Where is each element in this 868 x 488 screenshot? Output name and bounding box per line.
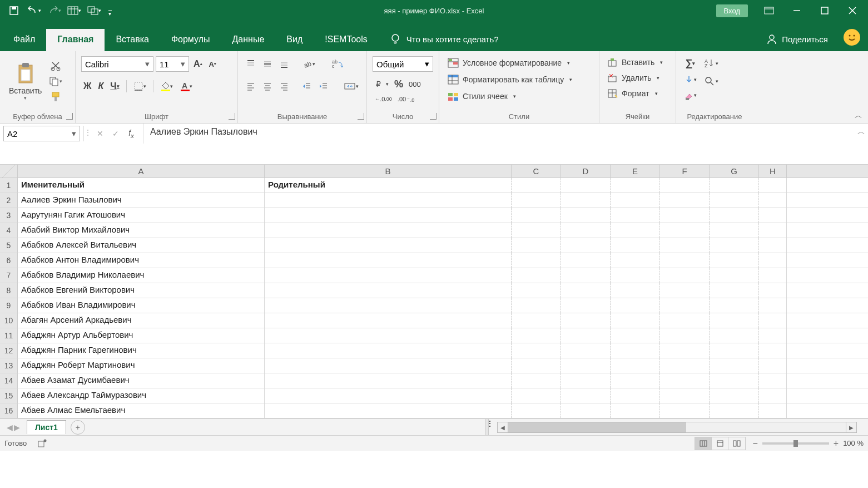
- expand-formula-bar-icon[interactable]: ︿: [855, 124, 868, 137]
- row-header[interactable]: 10: [0, 313, 18, 328]
- cell[interactable]: [660, 298, 710, 313]
- undo-icon[interactable]: ▾: [24, 2, 43, 19]
- cell[interactable]: Абабий Виктор Михайлович: [18, 223, 265, 238]
- cell[interactable]: [512, 193, 561, 208]
- cell[interactable]: [561, 343, 611, 358]
- cell[interactable]: [611, 253, 660, 268]
- conditional-formatting-button[interactable]: Условное форматирование▾: [445, 56, 593, 70]
- align-bottom-icon[interactable]: [277, 57, 291, 71]
- col-header-b[interactable]: B: [265, 165, 512, 178]
- cell[interactable]: [710, 313, 759, 328]
- cell[interactable]: [512, 208, 561, 223]
- sheet-tab-1[interactable]: Лист1: [27, 420, 66, 434]
- cell[interactable]: [759, 373, 787, 388]
- cell[interactable]: [710, 268, 759, 283]
- cell[interactable]: [660, 403, 710, 418]
- tab-formulas[interactable]: Формулы: [160, 29, 221, 51]
- cell[interactable]: [512, 283, 561, 298]
- cell[interactable]: [660, 193, 710, 208]
- cell[interactable]: [561, 403, 611, 418]
- row-header[interactable]: 7: [0, 268, 18, 283]
- cell[interactable]: Абаджян Артур Альбертович: [18, 328, 265, 343]
- maximize-icon[interactable]: [811, 0, 838, 21]
- cell[interactable]: [265, 313, 512, 328]
- align-top-icon[interactable]: [244, 57, 258, 71]
- percent-format-icon[interactable]: %: [392, 77, 405, 92]
- format-painter-icon[interactable]: [46, 90, 65, 104]
- cell[interactable]: [512, 313, 561, 328]
- increase-indent-icon[interactable]: [316, 80, 331, 93]
- col-header-f[interactable]: F: [660, 165, 710, 178]
- italic-button[interactable]: К: [96, 80, 106, 93]
- new-sheet-icon[interactable]: +: [71, 420, 85, 435]
- cell[interactable]: Именительный: [18, 178, 265, 193]
- cell[interactable]: Абабков Антон Владимирович: [18, 253, 265, 268]
- cell[interactable]: [512, 328, 561, 343]
- row-header[interactable]: 12: [0, 343, 18, 358]
- cell[interactable]: [710, 208, 759, 223]
- cell[interactable]: [611, 193, 660, 208]
- number-format-combo[interactable]: Общий▾: [373, 56, 433, 72]
- close-icon[interactable]: [839, 0, 866, 21]
- horizontal-scrollbar[interactable]: ◀ ▶: [497, 422, 857, 433]
- formula-input[interactable]: Аалиев Эркин Пазылович: [143, 124, 855, 159]
- cell[interactable]: [561, 178, 611, 193]
- clipboard-dialog-launcher[interactable]: [66, 113, 73, 120]
- cell[interactable]: [759, 283, 787, 298]
- row-header[interactable]: 8: [0, 283, 18, 298]
- page-break-view-icon[interactable]: [728, 437, 745, 450]
- cell[interactable]: [660, 208, 710, 223]
- cell[interactable]: [611, 358, 660, 373]
- row-header[interactable]: 5: [0, 238, 18, 253]
- cell[interactable]: [759, 298, 787, 313]
- cell[interactable]: [561, 373, 611, 388]
- hscroll-track[interactable]: [508, 422, 846, 433]
- minimize-icon[interactable]: [783, 0, 810, 21]
- sheet-nav-prev-icon[interactable]: ◀: [7, 423, 13, 432]
- clear-icon[interactable]: ▾: [682, 88, 699, 102]
- row-header[interactable]: 1: [0, 178, 18, 193]
- fill-color-icon[interactable]: ▾: [158, 80, 175, 93]
- cell[interactable]: [660, 388, 710, 403]
- row-header[interactable]: 11: [0, 328, 18, 343]
- cell[interactable]: Аалиев Эркин Пазылович: [18, 193, 265, 208]
- fx-icon[interactable]: fx: [125, 129, 137, 139]
- row-header[interactable]: 14: [0, 373, 18, 388]
- cell[interactable]: [660, 358, 710, 373]
- name-box[interactable]: A2▾: [3, 126, 80, 141]
- cell[interactable]: [660, 283, 710, 298]
- cell[interactable]: Абаев Алмас Емельтаевич: [18, 403, 265, 418]
- cell[interactable]: Аарутунян Гагик Атошович: [18, 208, 265, 223]
- cell[interactable]: [611, 388, 660, 403]
- font-dialog-launcher[interactable]: [229, 113, 235, 120]
- formula-bar-handle[interactable]: ⋮: [84, 124, 88, 137]
- zoom-level[interactable]: 100 %: [843, 439, 864, 447]
- cell[interactable]: [512, 373, 561, 388]
- number-dialog-launcher[interactable]: [430, 113, 437, 120]
- hscroll-left-icon[interactable]: ◀: [497, 422, 508, 433]
- cell[interactable]: [512, 223, 561, 238]
- cell[interactable]: [611, 283, 660, 298]
- sort-filter-icon[interactable]: AZ▾: [701, 56, 721, 71]
- tell-me-search[interactable]: Что вы хотите сделать?: [379, 28, 510, 51]
- cell[interactable]: [710, 298, 759, 313]
- autosum-icon[interactable]: ∑ ▾: [682, 56, 699, 71]
- cell[interactable]: [759, 343, 787, 358]
- format-as-table-button[interactable]: Форматировать как таблицу▾: [445, 72, 593, 87]
- cell[interactable]: [265, 283, 512, 298]
- tab-data[interactable]: Данные: [221, 29, 276, 51]
- cell[interactable]: Абабков Иван Владимирович: [18, 298, 265, 313]
- cell[interactable]: [265, 253, 512, 268]
- qat-custom2-icon[interactable]: ▾: [85, 2, 103, 19]
- cell[interactable]: [710, 238, 759, 253]
- comma-format-icon[interactable]: 000: [406, 78, 423, 90]
- zoom-in-icon[interactable]: +: [834, 438, 839, 448]
- select-all-corner[interactable]: [0, 165, 18, 178]
- col-header-e[interactable]: E: [611, 165, 660, 178]
- col-header-g[interactable]: G: [710, 165, 759, 178]
- zoom-out-icon[interactable]: −: [752, 438, 757, 448]
- cell[interactable]: [561, 328, 611, 343]
- share-button[interactable]: Поделиться: [756, 28, 838, 51]
- cell[interactable]: [561, 283, 611, 298]
- cell[interactable]: [265, 268, 512, 283]
